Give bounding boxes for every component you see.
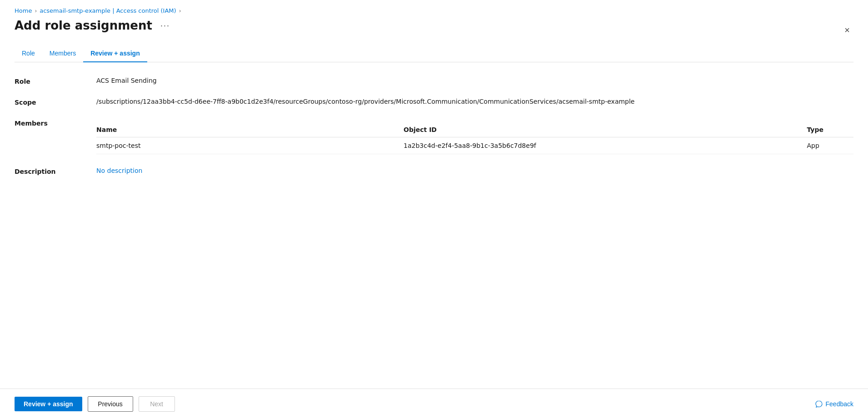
tabs: Role Members Review + assign [15,45,853,62]
member-type: App [807,137,853,154]
description-label: Description [15,167,96,175]
col-name: Name [96,122,404,137]
review-assign-button[interactable]: Review + assign [15,397,82,411]
page-wrapper: Home › acsemail-smtp-example | Access co… [0,0,868,419]
breadcrumb-separator-2: › [179,8,181,14]
tab-role[interactable]: Role [15,45,42,62]
form-section: Role ACS Email Sending Scope /subscripti… [15,77,853,175]
table-row: smtp-poc-test 1a2b3c4d-e2f4-5aa8-9b1c-3a… [96,137,853,154]
members-label: Members [15,119,96,127]
tab-review-assign[interactable]: Review + assign [83,45,147,62]
breadcrumb-home[interactable]: Home [15,7,32,14]
scope-row: Scope /subscriptions/12aa3bb4-cc5d-d6ee-… [15,98,853,106]
footer: Review + assign Previous Next Feedback [0,389,868,419]
feedback-button[interactable]: Feedback [815,400,853,408]
feedback-icon [815,400,823,408]
member-name: smtp-poc-test [96,137,404,154]
next-button: Next [139,396,175,412]
description-value: No description [96,167,853,174]
ellipsis-button[interactable]: ··· [158,20,173,31]
breadcrumb-separator-1: › [35,8,37,14]
members-table-wrapper: Name Object ID Type smtp-poc-test 1a2b3c… [96,119,853,154]
member-object-id: 1a2b3c4d-e2f4-5aa8-9b1c-3a5b6c7d8e9f [404,137,807,154]
members-section: Members Name Object ID Type smtp [15,119,853,154]
members-table-header: Name Object ID Type [96,122,853,137]
role-row: Role ACS Email Sending [15,77,853,85]
members-table: Name Object ID Type smtp-poc-test 1a2b3c… [96,122,853,154]
role-value: ACS Email Sending [96,77,853,84]
role-label: Role [15,77,96,85]
previous-button[interactable]: Previous [88,396,133,412]
breadcrumb-iam[interactable]: acsemail-smtp-example | Access control (… [40,7,176,14]
col-object-id: Object ID [404,122,807,137]
description-row: Description No description [15,167,853,175]
close-button[interactable]: × [841,24,853,36]
page-title: Add role assignment [15,19,152,32]
main-content: Home › acsemail-smtp-example | Access co… [0,0,868,389]
col-type: Type [807,122,853,137]
breadcrumb: Home › acsemail-smtp-example | Access co… [15,7,853,14]
scope-value: /subscriptions/12aa3bb4-cc5d-d6ee-7ff8-a… [96,98,853,105]
scope-label: Scope [15,98,96,106]
tab-members[interactable]: Members [42,45,83,62]
feedback-label: Feedback [826,400,853,408]
page-title-row: Add role assignment ··· [15,19,853,32]
